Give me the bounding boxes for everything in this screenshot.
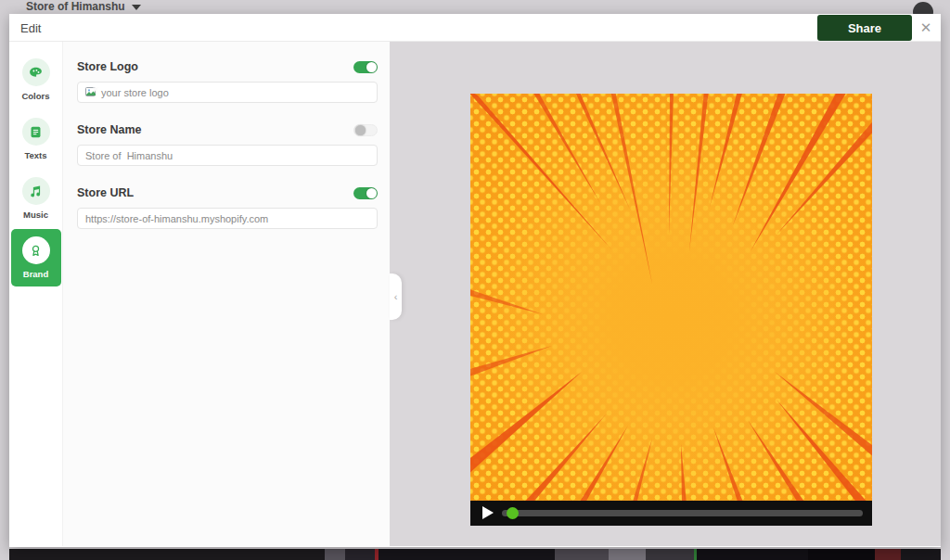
store-url-value: https://store-of-himanshu.myshopify.com — [85, 213, 268, 224]
store-url-toggle[interactable] — [353, 187, 378, 199]
store-menu-label: Store of Himanshu — [26, 0, 125, 13]
sidebar-item-music[interactable]: Music — [11, 170, 61, 227]
toggle-knob — [366, 188, 377, 198]
background-thumbnail — [9, 549, 325, 560]
award-ribbon-icon — [22, 236, 50, 264]
caret-down-icon — [132, 5, 141, 10]
sidebar: Colors Texts Music Brand — [9, 42, 62, 546]
sidebar-item-texts[interactable]: Texts — [11, 110, 61, 168]
modal-title: Edit — [20, 21, 41, 35]
modal-body: Colors Texts Music Brand — [9, 42, 941, 546]
background-thumbnail — [901, 549, 941, 560]
sidebar-item-colors[interactable]: Colors — [11, 51, 61, 108]
sidebar-item-label: Texts — [24, 150, 46, 160]
store-url-input[interactable]: https://store-of-himanshu.myshopify.com — [77, 208, 378, 229]
background-topbar: Store of Himanshu — [0, 0, 950, 14]
toggle-knob — [355, 125, 366, 135]
background-thumbnail-gap — [609, 549, 646, 560]
store-name-label: Store Name — [77, 123, 141, 136]
store-name-toggle[interactable] — [353, 124, 378, 136]
store-url-label: Store URL — [77, 186, 134, 199]
video-preview-area — [390, 42, 941, 546]
background-thumbnail-gap — [325, 549, 345, 560]
store-logo-input[interactable]: your store logo — [77, 82, 378, 103]
background-thumbnails-row — [0, 547, 950, 560]
brand-settings-panel: Store Logo your store logo Store Name St… — [62, 42, 390, 546]
background-thumbnail — [808, 549, 875, 560]
sidebar-item-brand[interactable]: Brand — [11, 229, 61, 286]
background-thumbnail — [345, 549, 375, 560]
store-name-input[interactable]: Store of Himanshu — [77, 145, 378, 166]
sidebar-item-label: Music — [23, 210, 48, 220]
store-menu-dropdown[interactable]: Store of Himanshu — [26, 0, 141, 13]
speed-lines-layer — [470, 94, 872, 501]
player-progress-knob[interactable] — [507, 507, 519, 519]
document-icon — [22, 118, 50, 146]
play-icon[interactable] — [482, 506, 494, 519]
background-thumbnail — [379, 549, 555, 560]
store-url-field-group: Store URL https://store-of-himanshu.mysh… — [77, 186, 378, 229]
modal-header: Edit Share ✕ — [9, 14, 941, 42]
store-logo-toggle[interactable] — [353, 61, 378, 73]
video-controls-bar — [470, 501, 872, 526]
broken-image-icon — [85, 87, 98, 98]
panel-collapse-handle[interactable]: ‹ — [390, 274, 402, 320]
collapse-chevron-icon: ‹ — [394, 291, 398, 302]
video-player[interactable] — [470, 94, 872, 526]
store-name-value: Store of Himanshu — [85, 150, 173, 161]
progress-track[interactable] — [502, 510, 863, 516]
background-thumbnail — [646, 549, 694, 560]
store-name-field-group: Store Name Store of Himanshu — [77, 123, 378, 166]
sidebar-item-label: Colors — [21, 91, 49, 101]
sidebar-item-label: Brand — [23, 269, 48, 279]
store-logo-field-group: Store Logo your store logo — [77, 60, 378, 103]
toggle-knob — [366, 62, 377, 72]
close-icon[interactable]: ✕ — [917, 19, 935, 37]
store-logo-alt-text: your store logo — [101, 87, 169, 98]
music-note-icon — [22, 177, 50, 205]
background-thumbnail — [697, 549, 808, 560]
background-thumbnail-accent — [875, 549, 901, 560]
palette-icon — [22, 58, 50, 86]
background-thumbnail-gap — [555, 549, 609, 560]
share-button[interactable]: Share — [817, 15, 912, 41]
edit-modal: Edit Share ✕ Colors Texts — [9, 14, 941, 547]
store-logo-label: Store Logo — [77, 60, 138, 73]
video-frame-comic-burst — [470, 94, 872, 501]
